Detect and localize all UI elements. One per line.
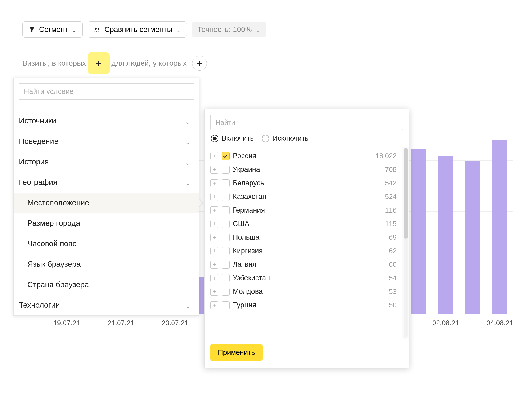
- value-name: Турция: [233, 301, 386, 309]
- radio-dot-icon: [262, 135, 269, 142]
- subcategory-label: Размер города: [27, 219, 80, 228]
- accuracy-button[interactable]: Точность: 100%: [192, 22, 266, 38]
- value-row: +Польша69: [205, 231, 402, 244]
- chevron-down-icon: [185, 303, 190, 308]
- visits-cond-label: Визиты, в которых: [22, 59, 86, 68]
- expand-button[interactable]: +: [210, 206, 218, 214]
- value-name: Украина: [233, 165, 382, 174]
- expand-button[interactable]: +: [210, 166, 218, 174]
- value-name: Узбекистан: [233, 274, 386, 282]
- value-count: 115: [385, 220, 397, 228]
- value-row: +США115: [205, 217, 402, 231]
- value-name: Молдова: [233, 288, 386, 296]
- value-count: 69: [389, 233, 397, 241]
- chevron-up-icon: [185, 180, 190, 185]
- value-row: +Беларусь542: [205, 176, 402, 190]
- value-checkbox[interactable]: [222, 166, 230, 174]
- value-row: +Молдова53: [205, 285, 402, 298]
- x-tick: 19.07.21: [53, 319, 80, 327]
- chevron-down-icon: [185, 139, 190, 144]
- value-checkbox[interactable]: [222, 288, 230, 296]
- expand-button[interactable]: +: [210, 274, 218, 282]
- subcategory-row[interactable]: Местоположение: [14, 193, 199, 213]
- expand-button[interactable]: +: [210, 301, 218, 309]
- value-row: +Казахстан524: [205, 190, 402, 203]
- add-people-condition-button[interactable]: [192, 56, 207, 71]
- condition-panel: ИсточникиПоведениеИсторияГеографияМестоп…: [13, 78, 200, 316]
- chart-bar[interactable]: [492, 140, 507, 314]
- value-row: +Украина708: [205, 163, 402, 176]
- value-checkbox[interactable]: [222, 247, 230, 255]
- add-visits-condition-button[interactable]: [91, 56, 106, 71]
- segment-toolbar: Сегмент Сравнить сегменты Точность: 100%: [22, 21, 266, 38]
- add-visits-cond-highlight: [91, 56, 106, 71]
- expand-button[interactable]: +: [210, 288, 218, 296]
- chart-bar[interactable]: [465, 161, 480, 314]
- value-checkbox[interactable]: [222, 301, 230, 309]
- value-count: 50: [389, 301, 397, 309]
- value-row: +Киргизия62: [205, 244, 402, 258]
- exclude-radio[interactable]: Исключить: [262, 134, 309, 143]
- subcategory-label: Страна браузера: [27, 280, 89, 289]
- radio-dot-icon: [211, 135, 218, 142]
- filter-icon: [28, 26, 35, 33]
- values-scrollbar[interactable]: [402, 147, 409, 339]
- segment-button[interactable]: Сегмент: [22, 21, 83, 38]
- value-row: +Латвия60: [205, 258, 402, 271]
- value-row: +Турция50: [205, 298, 402, 312]
- expand-button[interactable]: +: [210, 179, 218, 187]
- value-checkbox[interactable]: [222, 261, 230, 269]
- values-search-input[interactable]: [210, 115, 403, 130]
- value-checkbox[interactable]: [222, 193, 230, 201]
- subcategory-row[interactable]: Размер города: [14, 213, 199, 234]
- value-checkbox[interactable]: [222, 206, 230, 214]
- x-tick: 02.08.21: [432, 319, 459, 327]
- svg-point-0: [95, 28, 97, 30]
- values-list: +Россия18 022+Украина708+Беларусь542+Каз…: [205, 147, 402, 339]
- category-row[interactable]: География: [14, 172, 199, 193]
- value-count: 62: [389, 247, 397, 255]
- category-row[interactable]: История: [14, 152, 199, 172]
- subcategory-row[interactable]: Язык браузера: [14, 254, 199, 274]
- category-label: Источники: [19, 116, 56, 125]
- value-count: 116: [385, 206, 397, 214]
- expand-button[interactable]: +: [210, 220, 218, 228]
- value-checkbox[interactable]: [222, 152, 230, 160]
- category-label: Поведение: [19, 137, 59, 146]
- value-checkbox[interactable]: [222, 234, 230, 241]
- chart-bar[interactable]: [438, 156, 453, 314]
- expand-button[interactable]: +: [210, 247, 218, 255]
- condition-search-input[interactable]: [19, 83, 194, 100]
- expand-button[interactable]: +: [210, 261, 218, 269]
- value-row: +Россия18 022: [205, 149, 402, 163]
- value-checkbox[interactable]: [222, 274, 230, 282]
- value-count: 54: [389, 274, 397, 282]
- expand-button[interactable]: +: [210, 193, 218, 201]
- value-name: Казахстан: [233, 193, 382, 201]
- value-name: Россия: [233, 152, 372, 160]
- category-row[interactable]: Технологии: [14, 295, 199, 315]
- category-label: История: [19, 157, 49, 166]
- category-row[interactable]: Поведение: [14, 131, 199, 152]
- expand-button[interactable]: +: [210, 234, 218, 241]
- compare-segments-button[interactable]: Сравнить сегменты: [88, 21, 187, 38]
- chevron-down-icon: [185, 160, 190, 164]
- accuracy-label: Точность: 100%: [198, 25, 252, 34]
- expand-button[interactable]: +: [210, 152, 218, 160]
- value-checkbox[interactable]: [222, 179, 230, 187]
- exclude-label: Исключить: [272, 134, 309, 143]
- apply-button[interactable]: Применить: [210, 344, 263, 361]
- include-exclude-row: Включить Исключить: [205, 134, 409, 147]
- include-radio[interactable]: Включить: [211, 134, 254, 143]
- category-row[interactable]: Источники: [14, 111, 199, 131]
- value-count: 542: [385, 179, 397, 187]
- value-name: Латвия: [233, 260, 386, 269]
- value-count: 18 022: [375, 152, 397, 160]
- subcategory-row[interactable]: Страна браузера: [14, 274, 199, 295]
- value-checkbox[interactable]: [222, 220, 230, 228]
- compare-icon: [94, 26, 101, 33]
- chart-bar[interactable]: [411, 149, 426, 314]
- value-row: +Узбекистан54: [205, 271, 402, 285]
- value-name: Германия: [233, 206, 382, 214]
- subcategory-row[interactable]: Часовой пояс: [14, 234, 199, 254]
